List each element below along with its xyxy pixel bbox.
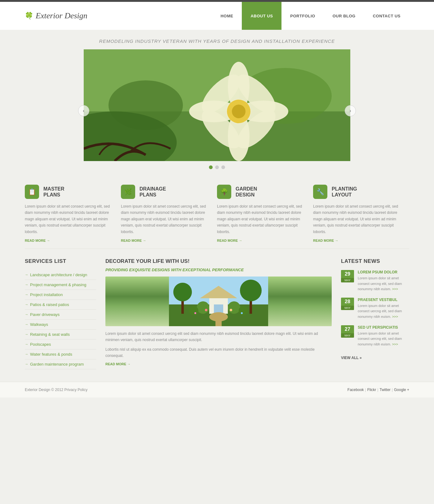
master-plans-title: MASTERPLANS	[43, 186, 64, 198]
nav-home[interactable]: HOME	[212, 2, 242, 30]
footer: Exterior Design © 2012 Privacy Policy Fa…	[0, 382, 434, 398]
garden-design-icon: 🌳	[217, 185, 231, 199]
garden-design-read-more[interactable]: READ MORE →	[217, 239, 307, 242]
drainage-plans-title: DRAINAGEPLANS	[140, 186, 166, 198]
footer-facebook[interactable]: Facebook	[348, 388, 364, 392]
news-section: LATEST NEWS 29 MAY LOREM PSUM DOLOR Lore…	[341, 258, 409, 369]
feature-header: 🌿 DRAINAGEPLANS	[121, 185, 211, 199]
service-poolscapes[interactable]: → Poolscapes	[25, 340, 96, 349]
news-date-1: 29 MAY	[341, 270, 354, 292]
nav-blog[interactable]: OUR BLOG	[324, 2, 364, 30]
services-section: SERVICES LIST → Landscape architecture /…	[25, 258, 96, 369]
drainage-plans-read-more[interactable]: READ MORE →	[121, 239, 211, 242]
service-project-management[interactable]: → Project management & phasing	[25, 280, 96, 290]
footer-google[interactable]: Google +	[394, 388, 409, 392]
garden-design-text: Lorem ipsum dolor sit amet consect uercn…	[217, 203, 307, 235]
nav-contact[interactable]: CONTACT US	[364, 2, 409, 30]
service-arrow: →	[25, 352, 28, 356]
drainage-plans-text: Lorem ipsum dolor sit amet consect uercn…	[121, 203, 211, 235]
svg-point-32	[205, 309, 207, 311]
service-label: Walkways	[30, 322, 48, 327]
news-title-2[interactable]: PRAESENT VESTIBUL	[358, 298, 409, 302]
decorate-section: DECORATE YOUR LIFE WITH US! PROVIDING EX…	[105, 258, 332, 369]
garden-design-title: GARDENDESIGN	[236, 186, 257, 198]
service-arrow: →	[25, 313, 28, 316]
slider-image	[84, 49, 350, 161]
service-arrow: →	[25, 362, 28, 366]
master-plans-read-more[interactable]: READ MORE →	[25, 239, 115, 242]
slider-prev-button[interactable]: ‹	[78, 105, 89, 116]
planting-layout-text: Lorem ipsum dolor sit amet consect uercn…	[313, 203, 403, 235]
nav-portfolio[interactable]: PORTFOLIO	[281, 2, 324, 30]
service-paver[interactable]: → Paver driveways	[25, 310, 96, 320]
header: 🍀 Exterior Design HOME ABOUT US PORTFOLI…	[0, 2, 434, 30]
service-label: Landscape architecture / design	[30, 272, 87, 277]
news-title-3[interactable]: SED UT PERSPICIATIS	[358, 325, 409, 330]
news-link-1[interactable]: >>>	[392, 287, 398, 291]
news-text-1: Lorem ipsum dolor sit amet consect uercn…	[358, 276, 409, 292]
news-day-2: 28	[341, 298, 354, 306]
service-label: Water features & ponds	[30, 352, 72, 357]
news-day-1: 29	[341, 270, 354, 278]
master-plans-text: Lorem ipsum dolor sit amet consect uercn…	[25, 203, 115, 235]
news-title: LATEST NEWS	[341, 258, 409, 264]
nav-about[interactable]: ABOUT US	[242, 2, 281, 30]
service-arrow: →	[25, 293, 28, 296]
feature-garden-design: 🌳 GARDENDESIGN Lorem ipsum dolor sit ame…	[217, 185, 313, 242]
service-landscape[interactable]: → Landscape architecture / design	[25, 270, 96, 280]
decorate-text2: Lobortis nisl ut aliquip ex ea commodo c…	[105, 346, 332, 359]
service-label: Poolscapes	[30, 342, 51, 347]
service-label: Project management & phasing	[30, 282, 86, 287]
service-retaining[interactable]: → Retaining & seat walls	[25, 330, 96, 340]
master-plans-icon: 📋	[25, 185, 39, 199]
slider-dot-2[interactable]	[215, 165, 219, 169]
feature-drainage-plans: 🌿 DRAINAGEPLANS Lorem ipsum dolor sit am…	[121, 185, 217, 242]
service-project-installation[interactable]: → Project installation	[25, 290, 96, 300]
news-link-3[interactable]: >>>	[392, 342, 398, 346]
svg-point-33	[230, 309, 232, 311]
planting-layout-title: PLANTINGLAYOUT	[332, 186, 357, 198]
footer-sep-1: |	[365, 388, 366, 392]
slider-next-button[interactable]: ›	[345, 105, 356, 116]
logo-text: Exterior Design	[36, 11, 87, 20]
slider-dot-3[interactable]	[221, 165, 225, 169]
service-label: Project installation	[30, 292, 63, 297]
footer-sep-3: |	[392, 388, 393, 392]
svg-point-22	[240, 280, 262, 301]
svg-point-15	[232, 105, 246, 118]
planting-layout-read-more[interactable]: READ MORE →	[313, 239, 403, 242]
service-label: Garden maintenance program	[30, 362, 84, 367]
services-title: SERVICES LIST	[25, 258, 96, 264]
footer-links: Facebook | Flickr | Twitter | Google +	[348, 388, 409, 392]
main-nav: HOME ABOUT US PORTFOLIO OUR BLOG CONTACT…	[212, 2, 409, 30]
features-section: 📋 MASTERPLANS Lorem ipsum dolor sit amet…	[0, 172, 434, 249]
footer-flickr[interactable]: Flickr	[367, 388, 376, 392]
slider-container: ‹ ›	[84, 49, 350, 172]
service-arrow: →	[25, 342, 28, 346]
news-content-3: SED UT PERSPICIATIS Lorem ipsum dolor si…	[358, 325, 409, 347]
news-title-1[interactable]: LOREM PSUM DOLOR	[358, 270, 409, 274]
footer-twitter[interactable]: Twitter	[379, 388, 390, 392]
svg-point-28	[197, 301, 209, 314]
news-date-3: 27 MAY	[341, 325, 354, 347]
service-patios[interactable]: → Patios & raised patios	[25, 300, 96, 310]
service-arrow: →	[25, 273, 28, 277]
service-arrow: →	[25, 283, 28, 286]
decorate-title: DECORATE YOUR LIFE WITH US!	[105, 258, 332, 264]
decorate-read-more[interactable]: READ MORE →	[105, 362, 332, 366]
decorate-text1: Lorem ipsum dolor sit amet consect uercn…	[105, 331, 332, 343]
news-content-2: PRAESENT VESTIBUL Lorem ipsum dolor sit …	[358, 298, 409, 320]
service-walkways[interactable]: → Walkways	[25, 320, 96, 330]
news-item-1: 29 MAY LOREM PSUM DOLOR Lorem ipsum dolo…	[341, 270, 409, 292]
service-garden-maintenance[interactable]: → Garden maintenance program	[25, 359, 96, 369]
slider-dots	[84, 161, 350, 172]
feature-master-plans: 📋 MASTERPLANS Lorem ipsum dolor sit amet…	[25, 185, 121, 242]
view-all-button[interactable]: VIEW ALL »	[341, 356, 362, 360]
news-item-3: 27 MAY SED UT PERSPICIATIS Lorem ipsum d…	[341, 325, 409, 347]
service-label: Paver driveways	[30, 312, 60, 317]
service-water-features[interactable]: → Water features & ponds	[25, 349, 96, 359]
slider-dot-1[interactable]	[209, 165, 213, 169]
svg-point-35	[241, 312, 243, 314]
news-link-2[interactable]: >>>	[392, 315, 398, 318]
news-text-2: Lorem ipsum dolor sit amet consect uercn…	[358, 303, 409, 320]
